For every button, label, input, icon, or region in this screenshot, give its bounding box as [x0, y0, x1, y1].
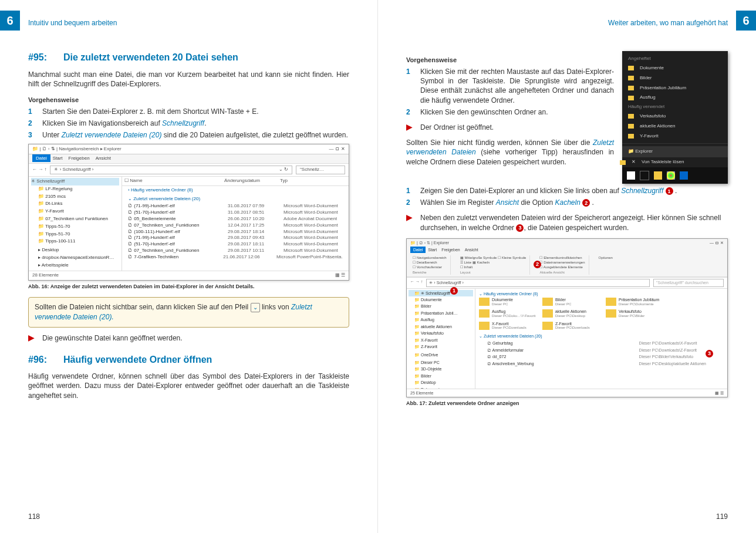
step-r-4: 2Wählen Sie im Register Ansicht die Opti… — [406, 198, 728, 207]
result-r-2: ▶Neben den zuletzt verwendeten Dateien w… — [406, 213, 728, 232]
procedure-heading: Vorgehensweise — [28, 96, 349, 104]
figure-17-explorer: 📁 | 🗋 ▫ ⇅ | Explorer— 🗆 ✕ DateiStartFrei… — [406, 238, 728, 397]
result-icon: ▶ — [406, 123, 420, 132]
step-95-1: 1Starten Sie den Datei-Explorer z. B. mi… — [28, 107, 349, 116]
tip-95-heading: #95:Die zuletzt verwendeten 20 Datei seh… — [28, 51, 349, 64]
callout-overlay-3: 3 — [706, 350, 713, 357]
callout-overlay-1: 1 — [450, 287, 458, 295]
step-95-2: 2Klicken Sie im Navigationsbereich auf S… — [28, 119, 349, 128]
step-r-2: 2Klicken Sie den gewünschten Ordner an. — [406, 107, 614, 117]
page-left: 6 Intuitiv und bequem arbeiten #95:Die z… — [0, 0, 378, 533]
chevron-down-icon: ⌄ — [251, 303, 260, 312]
page-number-left: 118 — [28, 512, 40, 521]
page-right: 6 Weiter arbeiten, wo man aufgehört hat … — [378, 0, 756, 533]
procedure-heading-r: Vorgehensweise — [406, 56, 614, 65]
figure-16-explorer: 📁 | 🗋 ▫ ⇅ | Navigationsbereich ▸ Explore… — [28, 144, 349, 281]
chapter-tab-right: 6 — [736, 11, 756, 31]
chapter-tab-left: 6 — [0, 11, 20, 31]
figure-jumplist: Angeheftet DokumenteBilderPräsentation J… — [622, 51, 728, 184]
running-head-left: Intuitiv und bequem arbeiten — [28, 18, 349, 28]
callout-2: 2 — [582, 199, 590, 207]
figure-16-caption: Abb. 16: Anzeige der zuletzt verwendeten… — [28, 283, 349, 290]
callout-1: 1 — [666, 187, 673, 195]
page-number-right: 119 — [716, 512, 728, 521]
callout-overlay-2: 2 — [534, 261, 541, 268]
result-icon: ▶ — [406, 213, 420, 232]
tip-96-heading: #96:Häufig verwendete Ordner öffnen — [28, 353, 349, 366]
step-r-3: 1Zeigen Sie den Datei-Explorer an und kl… — [406, 186, 728, 195]
step-95-3: 3Unter Zuletzt verwendete Dateien (20) s… — [28, 130, 349, 140]
step-r-1: 1Klicken Sie mit der rechten Maustaste a… — [406, 67, 614, 105]
result-icon: ▶ — [28, 333, 42, 343]
tip-box: Sollten die Dateien nicht sichtbar sein,… — [28, 297, 349, 328]
figure-17-caption: Abb. 17: Zuletzt verwendete Ordner anzei… — [406, 400, 728, 407]
result-r-1: ▶Der Ordner ist geöffnet. — [406, 123, 614, 132]
tip-96-intro: Häufig verwendete Ordner, können schnell… — [28, 372, 349, 400]
callout-3: 3 — [516, 224, 524, 232]
result-95: ▶Die gewünschte Datei kann geöffnet werd… — [28, 333, 349, 343]
tip-95-intro: Manchmal sucht man eine Datei, die man v… — [28, 70, 349, 89]
paragraph-r-2: Sollten Sie hier nicht fündig werden, kö… — [406, 138, 614, 167]
book-spread: 6 Intuitiv und bequem arbeiten #95:Die z… — [0, 0, 756, 533]
taskbar — [622, 167, 728, 184]
running-head-right: Weiter arbeiten, wo man aufgehört hat — [406, 18, 728, 28]
